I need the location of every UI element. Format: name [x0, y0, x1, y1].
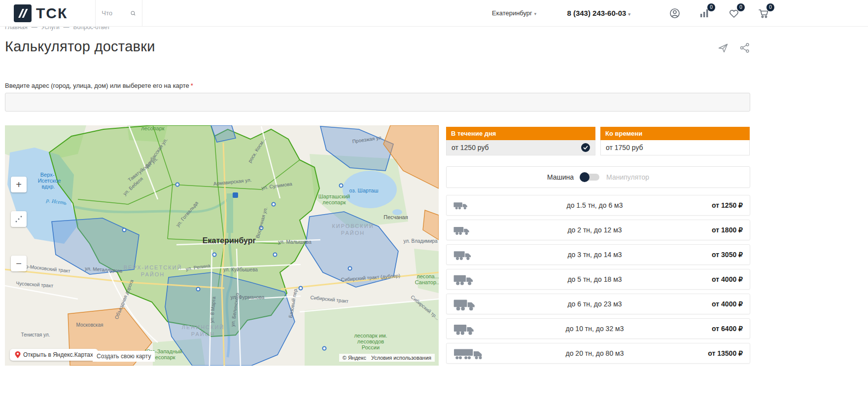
logo-icon	[14, 4, 32, 22]
cart-count-badge: 0	[766, 3, 774, 11]
required-asterisk: *	[191, 82, 193, 89]
search-box[interactable]	[95, 0, 142, 27]
price-label: от 4000 ₽	[689, 275, 743, 283]
selected-check-icon	[581, 143, 590, 152]
share-icon	[739, 42, 750, 53]
map-label: КИРОВСКИЙ	[332, 223, 374, 229]
account-button[interactable]	[669, 7, 681, 19]
page-title: Калькулятор доставки	[5, 38, 155, 55]
map-label: ул. Куйбышева	[223, 267, 258, 272]
truck-icon	[453, 272, 474, 286]
user-icon	[669, 7, 681, 19]
map-label: лесопа...	[417, 273, 439, 279]
map-label: Екатеринбург	[203, 236, 256, 245]
tariff-row-1[interactable]: до 1.5 тн, до 6 м3 от 1250 ₽	[446, 195, 750, 216]
map-label: ВЕРХ-ИСЕТСКИЙ	[124, 264, 182, 270]
truck-icon	[453, 322, 475, 336]
address-input[interactable]	[5, 93, 750, 112]
map-label: Тенистая ул.	[21, 332, 50, 338]
city-selector[interactable]: Екатеринбург▾	[492, 9, 536, 17]
vehicle-toggle-switch[interactable]	[581, 174, 599, 181]
map-attribution: © Яндекс Условия использования	[339, 354, 435, 362]
delivery-map[interactable]: лесопаркВерх-Исетскоевдхр.р. Исетьоз. Ша…	[5, 125, 439, 366]
map-label: России	[362, 344, 380, 350]
map-label: ул. Малышева	[278, 239, 312, 245]
map-label: РАЙОН	[341, 230, 365, 236]
map-label: РАЙОН	[191, 331, 215, 337]
tariff-row-2[interactable]: до 2 тн, до 12 м3 от 1800 ₽	[446, 220, 750, 240]
city-label: Екатеринбург	[492, 9, 532, 17]
logo-text: ТСК	[36, 5, 68, 22]
map-label: Московская	[76, 322, 104, 328]
map-label: лесоводов	[357, 338, 384, 344]
capacity-label: до 1.5 тн, до 6 м3	[501, 201, 689, 209]
tab-by-time[interactable]: Ко времени от 1750 руб	[600, 127, 750, 155]
map-label: Санатор...	[415, 279, 439, 285]
tariff-row-4[interactable]: до 5 тн, до 18 м3 от 4000 ₽	[446, 269, 750, 290]
capacity-label: до 2 тн, до 12 м3	[501, 226, 689, 234]
open-in-yandex-button[interactable]: Открыть в Яндекс.Картах	[10, 349, 98, 361]
tab-by-time-price: от 1750 руб	[606, 144, 643, 151]
vehicle-toggle-card: Машина Манипулятор	[446, 166, 750, 188]
map-label: вдхр.	[42, 184, 55, 189]
truck-icon	[453, 249, 472, 261]
map-label: лесопарк	[322, 199, 346, 205]
toggle-label-truck[interactable]: Машина	[547, 173, 574, 181]
ruler-icon	[15, 215, 23, 223]
price-label: от 6400 ₽	[689, 325, 743, 333]
cart-button[interactable]: 0	[758, 7, 769, 19]
yandex-copyright: © Яндекс	[343, 355, 366, 361]
price-label: от 13500 ₽	[689, 349, 743, 357]
search-icon	[130, 9, 136, 17]
terms-link[interactable]: Условия использования	[371, 355, 431, 361]
share-button[interactable]	[739, 42, 750, 55]
favorites-count-badge: 0	[737, 3, 745, 11]
capacity-label: до 5 тн, до 18 м3	[501, 275, 689, 283]
tariff-row-3[interactable]: до 3 тн, до 14 м3 от 3050 ₽	[446, 244, 750, 265]
map-label: РАЙОН	[141, 271, 165, 277]
map-label: оз. Шарташ	[349, 188, 378, 193]
measure-button[interactable]	[11, 211, 27, 227]
tab-during-day-header: В течение дня	[446, 127, 595, 140]
semi-truck-icon	[453, 347, 485, 360]
tariff-options-list: до 1.5 тн, до 6 м3 от 1250 ₽ до 2 тн, до…	[446, 195, 750, 364]
site-header: ТСК Екатеринбург▾ 8 (343) 243-60-03▾	[0, 0, 868, 27]
phone-label: 8 (343) 243-60-03	[567, 9, 626, 17]
tab-by-time-header: Ко времени	[600, 127, 750, 140]
map-label: лесопарк им.	[354, 333, 387, 338]
price-label: от 1800 ₽	[689, 226, 743, 234]
search-input[interactable]	[102, 9, 127, 17]
price-label: от 4000 ₽	[689, 300, 743, 308]
address-label: Введите адрес (город, улица, дом) или вы…	[5, 82, 750, 89]
map-label: Верх-	[40, 172, 55, 178]
zoom-in-button[interactable]: +	[11, 177, 27, 192]
truck-icon	[453, 225, 470, 236]
price-label: от 3050 ₽	[689, 251, 743, 259]
chevron-down-icon: ▾	[628, 12, 630, 17]
truck-icon	[453, 297, 476, 312]
tab-during-day-price: от 1250 руб	[451, 144, 489, 151]
map-label: лесопарк	[141, 125, 164, 131]
capacity-label: до 3 тн, до 14 м3	[501, 251, 689, 259]
map-label: Исетское	[38, 178, 61, 184]
map-label: Песчаная	[383, 214, 408, 220]
phone-number[interactable]: 8 (343) 243-60-03▾	[567, 9, 630, 17]
create-map-button[interactable]: Создать свою карту	[93, 351, 155, 362]
logo[interactable]: ТСК	[14, 4, 68, 22]
toggle-label-manipulator[interactable]: Манипулятор	[606, 173, 649, 181]
capacity-label: до 10 тн, до 32 м3	[501, 325, 689, 333]
send-button[interactable]	[718, 42, 729, 55]
map-pin-icon	[15, 351, 21, 358]
tariff-row-5[interactable]: до 6 тн, до 23 м3 от 4000 ₽	[446, 294, 750, 314]
toggle-knob	[580, 172, 590, 182]
map-canvas: лесопаркВерх-Исетскоевдхр.р. Исетьоз. Ша…	[5, 125, 439, 366]
favorites-button[interactable]: 0	[728, 7, 740, 19]
tariff-row-6[interactable]: до 10 тн, до 32 м3 от 6400 ₽	[446, 318, 750, 339]
zoom-out-button[interactable]: −	[11, 256, 27, 271]
tariff-row-7[interactable]: до 20 тн, до 80 м3 от 13500 ₽	[446, 343, 750, 364]
compare-button[interactable]: 0	[698, 7, 710, 19]
tab-during-day[interactable]: В течение дня от 1250 руб	[446, 127, 595, 155]
map-label: ЛЕНИНСКИЙ	[182, 324, 225, 330]
map-label: Шарташский	[318, 193, 350, 199]
paper-plane-icon	[718, 42, 729, 53]
